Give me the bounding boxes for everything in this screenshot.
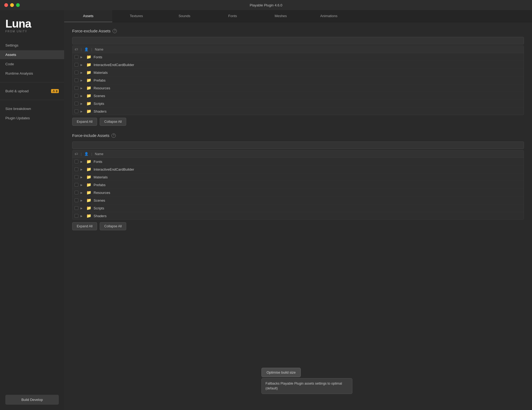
- expand-icon[interactable]: ▶: [80, 160, 84, 163]
- maximize-button[interactable]: [16, 3, 20, 7]
- sidebar-item-settings[interactable]: Settings: [0, 41, 64, 50]
- force-exclude-collapse-all-button[interactable]: Collapse All: [100, 118, 126, 126]
- force-include-expand-all-button[interactable]: Expand All: [72, 222, 97, 230]
- table-row[interactable]: ▶ 📁 Scenes: [72, 92, 524, 100]
- sidebar-label-plugin-updates: Plugin Updates: [5, 116, 30, 120]
- expand-icon[interactable]: ▶: [80, 183, 84, 186]
- tab-fonts[interactable]: Fonts: [209, 10, 257, 22]
- table-row[interactable]: ▶ 📁 Scripts: [72, 204, 524, 212]
- force-exclude-table-header: 🏷 | 👤 | Name: [72, 46, 524, 53]
- row-checkbox[interactable]: [75, 214, 78, 218]
- expand-icon[interactable]: ▶: [80, 199, 84, 202]
- force-include-help-icon[interactable]: ?: [111, 133, 116, 138]
- force-exclude-help-icon[interactable]: ?: [113, 29, 117, 33]
- expand-icon[interactable]: ▶: [80, 56, 84, 59]
- table-row[interactable]: ▶ 📁 InteractiveEndCardBuilder: [72, 166, 524, 173]
- sidebar-item-runtime-analysis[interactable]: Runtime Analysis: [0, 69, 64, 78]
- optimise-build-size-button[interactable]: Optimise build size: [261, 368, 301, 377]
- tag-icon: 🏷: [75, 47, 78, 51]
- tooltip-area: Optimise build size Fallbacks Playable P…: [261, 368, 352, 394]
- expand-icon[interactable]: ▶: [80, 102, 84, 105]
- table-row[interactable]: ▶ 📁 Scenes: [72, 197, 524, 204]
- tab-sounds[interactable]: Sounds: [160, 10, 209, 22]
- tab-textures[interactable]: Textures: [112, 10, 160, 22]
- force-exclude-table: 🏷 | 👤 | Name ▶ 📁 Fonts ▶: [72, 45, 524, 115]
- force-include-collapse-all-button[interactable]: Collapse All: [100, 222, 126, 230]
- force-include-table-body[interactable]: ▶ 📁 Fonts ▶ 📁 InteractiveEndCardBuilder …: [72, 158, 524, 219]
- row-checkbox[interactable]: [75, 63, 78, 67]
- expand-icon[interactable]: ▶: [80, 94, 84, 97]
- folder-icon: 📁: [86, 198, 91, 203]
- table-row[interactable]: ▶ 📁 Scripts: [72, 100, 524, 108]
- expand-icon[interactable]: ▶: [80, 191, 84, 194]
- row-checkbox[interactable]: [75, 160, 78, 163]
- sidebar-item-code[interactable]: Code: [0, 60, 64, 68]
- expand-icon[interactable]: ▶: [80, 168, 84, 171]
- row-checkbox[interactable]: [75, 109, 78, 113]
- folder-icon: 📁: [86, 190, 91, 195]
- expand-icon[interactable]: ▶: [80, 71, 84, 74]
- expand-icon[interactable]: ▶: [80, 110, 84, 113]
- force-exclude-table-body[interactable]: ▶ 📁 Fonts ▶ 📁 InteractiveEndCardBuilder …: [72, 53, 524, 115]
- row-checkbox[interactable]: [75, 102, 78, 105]
- sidebar-item-size-breakdown[interactable]: Size breakdown: [0, 104, 64, 113]
- folder-icon: 📁: [86, 101, 91, 106]
- sidebar-label-size-breakdown: Size breakdown: [5, 107, 31, 111]
- sidebar-item-build-upload[interactable]: Build & upload ⚠ 8: [0, 87, 64, 95]
- expand-icon[interactable]: ▶: [80, 63, 84, 66]
- expand-icon[interactable]: ▶: [80, 214, 84, 217]
- row-checkbox[interactable]: [75, 94, 78, 98]
- table-row[interactable]: ▶ 📁 Shaders: [72, 212, 524, 219]
- force-exclude-search-input[interactable]: [72, 37, 524, 44]
- close-button[interactable]: [4, 3, 8, 7]
- table-row[interactable]: ▶ 📁 Shaders: [72, 108, 524, 115]
- minimize-button[interactable]: [10, 3, 14, 7]
- tab-animations[interactable]: Animations: [305, 10, 353, 22]
- force-include-search-input[interactable]: [72, 141, 524, 149]
- sidebar-item-plugin-updates[interactable]: Plugin Updates: [0, 114, 64, 122]
- tab-assets[interactable]: Assets: [64, 10, 112, 22]
- table-row[interactable]: ▶ 📁 Resources: [72, 84, 524, 92]
- build-develop-button[interactable]: Build Develop: [5, 395, 59, 405]
- expand-icon[interactable]: ▶: [80, 176, 84, 179]
- table-row[interactable]: ▶ 📁 Fonts: [72, 158, 524, 166]
- table-row[interactable]: ▶ 📁 Fonts: [72, 53, 524, 61]
- expand-icon[interactable]: ▶: [80, 207, 84, 210]
- row-checkbox[interactable]: [75, 191, 78, 194]
- row-checkbox[interactable]: [75, 167, 78, 171]
- row-checkbox[interactable]: [75, 86, 78, 90]
- sidebar-divider: [0, 82, 64, 82]
- sidebar-item-assets[interactable]: Assets: [0, 50, 64, 59]
- window-title: Playable Plugin 4.6.0: [250, 3, 282, 7]
- table-row[interactable]: ▶ 📁 Materials: [72, 69, 524, 76]
- row-checkbox[interactable]: [75, 198, 78, 202]
- force-include-table: 🏷 | 👤 | Name ▶ 📁 Fonts ▶: [72, 150, 524, 220]
- row-checkbox[interactable]: [75, 175, 78, 179]
- table-row[interactable]: ▶ 📁 InteractiveEndCardBuilder: [72, 61, 524, 69]
- warning-icon: ⚠: [52, 89, 55, 93]
- tab-meshes[interactable]: Meshes: [257, 10, 305, 22]
- row-checkbox[interactable]: [75, 206, 78, 210]
- sidebar: Luna FROM UNITY Settings Assets Code Run…: [0, 10, 64, 410]
- folder-icon: 📁: [86, 86, 91, 90]
- person-icon: 👤: [84, 47, 88, 51]
- row-checkbox[interactable]: [75, 71, 78, 74]
- table-row[interactable]: ▶ 📁 Resources: [72, 189, 524, 197]
- force-exclude-btn-row: Expand All Collapse All: [72, 118, 524, 126]
- row-checkbox[interactable]: [75, 55, 78, 59]
- table-row[interactable]: ▶ 📁 Materials: [72, 173, 524, 181]
- row-checkbox[interactable]: [75, 78, 78, 82]
- folder-icon: 📁: [86, 93, 91, 98]
- sidebar-label-build-upload: Build & upload: [5, 89, 29, 93]
- title-bar: Playable Plugin 4.6.0: [0, 0, 532, 10]
- force-exclude-expand-all-button[interactable]: Expand All: [72, 118, 97, 126]
- sidebar-label-code: Code: [5, 62, 14, 66]
- sidebar-bottom: Build Develop: [0, 389, 64, 410]
- content-scroll[interactable]: Force-exclude Assets ? 🔍 🏷 | 👤 | Name: [64, 22, 532, 410]
- table-row[interactable]: ▶ 📁 Prefabs: [72, 181, 524, 189]
- row-checkbox[interactable]: [75, 183, 78, 187]
- expand-icon[interactable]: ▶: [80, 87, 84, 90]
- expand-icon[interactable]: ▶: [80, 79, 84, 82]
- table-row[interactable]: ▶ 📁 Prefabs: [72, 76, 524, 84]
- warning-badge: ⚠ 8: [51, 89, 59, 93]
